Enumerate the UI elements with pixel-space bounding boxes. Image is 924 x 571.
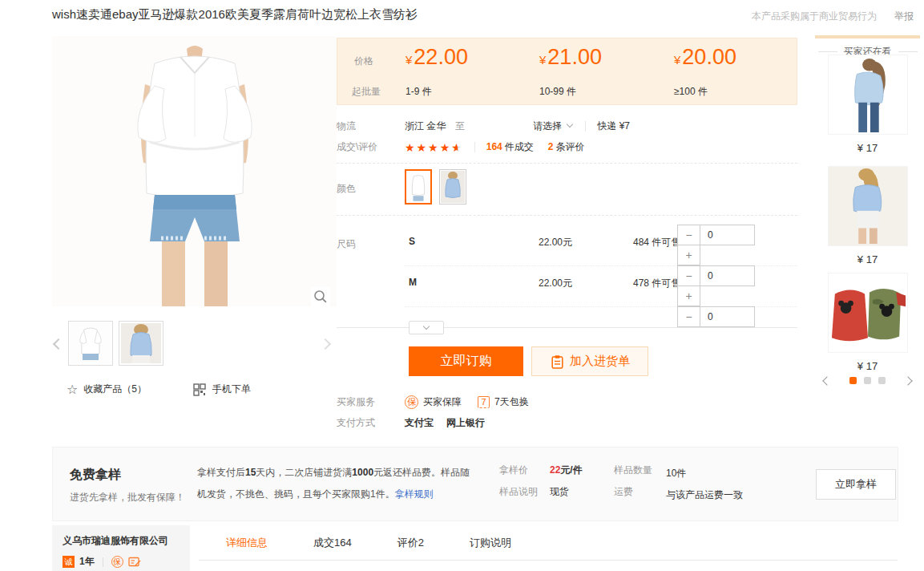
seven-day-exchange-link[interactable]: 7 7天包换 <box>478 395 529 409</box>
size-row-s: S 22.00元 484 件可售 − + <box>405 225 797 265</box>
destination-select[interactable]: 请选择 <box>533 119 574 133</box>
header-right: 本产品采购属于商业贸易行为 举报 <box>752 10 914 23</box>
tab-detail-info[interactable]: 详细信息 <box>226 536 268 550</box>
moq-label: 起批量 <box>352 85 381 99</box>
color-row: 颜色 <box>337 169 474 205</box>
size-price: 22.00元 <box>539 236 572 249</box>
plus-button[interactable]: + <box>677 286 700 306</box>
deal-count-suffix: 件成交 <box>505 141 534 152</box>
page-title: wish速卖通ebay亚马逊爆款2016欧美夏季露肩荷叶边宽松上衣雪纺衫 <box>52 7 418 22</box>
pagination-next-icon[interactable] <box>903 376 912 385</box>
logistics-row: 物流 浙江 金华 至 请选择 快递 ¥7 <box>337 119 797 133</box>
price-label: 价格 <box>354 55 373 68</box>
chevron-left-icon <box>53 338 64 350</box>
size-label: 尺码 <box>337 237 356 251</box>
expand-sizes-button[interactable] <box>409 321 444 334</box>
tier-moq: ≥100 件 <box>674 85 708 99</box>
minus-button[interactable]: − <box>677 265 700 286</box>
sample-qty-value: 10件 <box>666 464 746 483</box>
pagination-dot[interactable] <box>878 377 886 384</box>
gallery-actions: ☆ 收藏产品（5） 手机下单 <box>67 383 331 396</box>
add-to-purchase-list-button[interactable]: 加入进货单 <box>531 346 648 376</box>
size-section: 尺码 S 22.00元 484 件可售 − + M 22.00元 478 件可售… <box>337 225 797 327</box>
sample-price-value: 22元/件 <box>550 464 583 477</box>
pagination-dot-active[interactable] <box>849 377 857 384</box>
tab-reviews[interactable]: 评价2 <box>397 536 424 550</box>
half-star-icon: ★★ <box>451 142 463 153</box>
company-card: 义乌市瑞迪服饰有限公司 诚 1年 保 <box>52 525 190 571</box>
tab-deals[interactable]: 成交164 <box>313 536 352 550</box>
chevron-right-icon <box>320 338 331 350</box>
recommended-item-image <box>828 166 908 246</box>
chevron-down-icon <box>567 121 573 128</box>
divider <box>474 142 475 152</box>
tier-moq: 10-99 件 <box>539 85 576 99</box>
protection-badge-icon: 保 <box>405 395 418 409</box>
minus-button[interactable]: − <box>677 306 700 327</box>
tier-price: 20.00 <box>682 45 736 69</box>
get-sample-button[interactable]: 立即拿样 <box>816 469 896 500</box>
recommended-item[interactable]: ¥ 17 <box>811 273 924 372</box>
review-count-link[interactable]: 2条评价 <box>548 140 585 154</box>
ship-origin: 浙江 金华 <box>405 119 446 133</box>
sidebar-pagination <box>811 377 924 384</box>
quantity-input[interactable] <box>700 265 755 286</box>
thumbs-next-button[interactable] <box>319 334 332 354</box>
rating-stars: ★★★★★★ <box>405 142 463 153</box>
color-swatch-white[interactable] <box>405 169 432 205</box>
minus-button[interactable]: − <box>677 225 700 245</box>
buyer-protection-link[interactable]: 保 买家保障 <box>405 395 462 409</box>
recommended-item-price: ¥ 17 <box>811 142 924 154</box>
dashed-divider <box>337 215 797 216</box>
quantity-input[interactable] <box>700 306 755 327</box>
deal-count-link[interactable]: 164件成交 <box>486 140 534 154</box>
payment-row: 支付方式 支付宝 网上银行 <box>337 416 797 430</box>
price-tier: ¥21.00 10-99 件 <box>539 45 602 70</box>
quantity-input[interactable] <box>700 225 755 245</box>
detail-tabs: 详细信息 成交164 评价2 订购说明 <box>199 525 898 561</box>
credit-badge-icon: 诚 <box>63 556 75 568</box>
recommended-item-image <box>828 273 908 353</box>
size-row-partial: − <box>405 306 797 327</box>
pagination-prev-icon[interactable] <box>822 376 831 385</box>
sample-rules-link[interactable]: 拿样规则 <box>395 488 434 500</box>
recommended-item-price: ¥ 17 <box>811 360 924 372</box>
protection-badge-icon: 保 <box>111 556 123 568</box>
star-outline-icon: ☆ <box>67 383 78 396</box>
chevron-down-icon <box>423 323 430 330</box>
services-row: 买家服务 保 买家保障 7 7天包换 <box>337 395 797 409</box>
color-swatch-blue[interactable] <box>439 169 466 205</box>
company-years: 1年 <box>79 555 95 569</box>
section-divider <box>337 327 797 328</box>
pagination-dot[interactable] <box>864 377 871 384</box>
sample-title: 免费拿样 <box>70 467 121 484</box>
mobile-order-button[interactable]: 手机下单 <box>193 383 251 396</box>
order-now-button[interactable]: 立即订购 <box>409 346 523 376</box>
free-sample-section: 免费拿样 进货先拿样，批发有保障！ 拿样支付后15天内，二次店铺进货满1000元… <box>52 447 898 521</box>
company-badges: 诚 1年 保 <box>63 555 180 569</box>
sample-price-label: 拿样价 <box>499 464 528 477</box>
thumbs-prev-button[interactable] <box>52 334 65 354</box>
plus-button[interactable]: + <box>677 245 700 265</box>
thumbnail-blue[interactable] <box>119 321 163 366</box>
thumbnail-white[interactable] <box>68 321 113 366</box>
recommended-item-price: ¥ 17 <box>811 253 924 265</box>
divider <box>898 51 918 52</box>
review-count-suffix: 条评价 <box>555 141 584 152</box>
quantity-stepper: − + <box>677 265 755 306</box>
size-row-m: M 22.00元 478 件可售 − + <box>405 265 797 306</box>
sample-qty-label: 样品数量 <box>614 464 652 477</box>
seven-day-exchange-label: 7天包换 <box>494 395 529 409</box>
recommended-item[interactable]: ¥ 17 <box>811 55 924 154</box>
main-product-image[interactable] <box>52 36 337 306</box>
tab-order-instructions[interactable]: 订购说明 <box>470 536 511 550</box>
company-name-link[interactable]: 义乌市瑞迪服饰有限公司 <box>63 534 180 548</box>
divider <box>585 121 586 132</box>
to-label: 至 <box>455 119 523 133</box>
report-link[interactable]: 举报 <box>894 10 914 23</box>
recommended-item[interactable]: ¥ 17 <box>811 166 924 265</box>
favorite-button[interactable]: ☆ 收藏产品（5） <box>67 383 147 396</box>
color-label: 颜色 <box>337 169 405 205</box>
zoom-button[interactable] <box>311 287 330 306</box>
sample-note-value: 现货 <box>550 485 569 499</box>
